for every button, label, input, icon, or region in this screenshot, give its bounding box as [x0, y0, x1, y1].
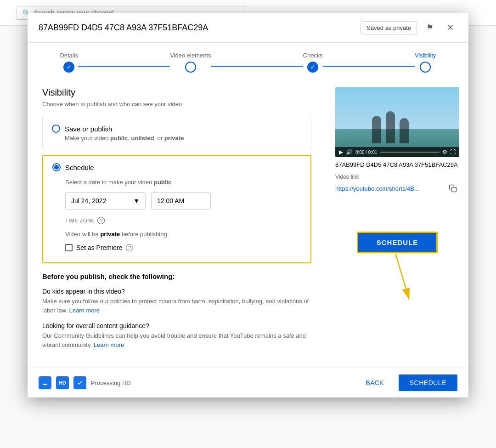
- learn-more-link-2[interactable]: Learn more: [94, 341, 124, 348]
- step-line-1: [78, 66, 170, 67]
- save-publish-label: Save or publish: [65, 125, 112, 133]
- annotation-arrow: [386, 254, 423, 309]
- page-subtitle: Choose when to publish and who can see y…: [42, 101, 311, 108]
- date-picker[interactable]: Jul 24, 2022 ▼: [65, 192, 146, 210]
- schedule-inputs: Jul 24, 2022 ▼ 12:00 AM: [65, 192, 301, 210]
- before-publish: Before you publish, check the following:…: [42, 272, 311, 349]
- modal-title: 87AB99FD D4D5 47C8 A93A 37F51BFAC29A: [39, 23, 208, 33]
- close-icon: ✕: [447, 23, 454, 33]
- processing-status: Processing HD: [91, 380, 131, 386]
- step-details[interactable]: Details ✓: [60, 52, 78, 73]
- schedule-desc: Select a date to make your video public: [65, 179, 301, 186]
- schedule-btn-area: SCHEDULE: [335, 232, 459, 253]
- before-publish-title: Before you publish, check the following:: [42, 272, 311, 280]
- step-line-3: [323, 66, 415, 67]
- modal-left: Visibility Choose when to publish and wh…: [28, 76, 326, 368]
- schedule-public-bold: public: [154, 179, 171, 186]
- upload-status-icon: [39, 376, 51, 389]
- video-link[interactable]: https://youtube.com/shorts/4B...: [335, 185, 444, 192]
- flag-icon: ⚑: [426, 23, 434, 33]
- step-checks-circle: ✓: [307, 62, 318, 73]
- publish-check-2-desc: Our Community Guidelines can help you av…: [42, 331, 311, 349]
- chevron-down-icon: ▼: [133, 197, 140, 204]
- play-button[interactable]: ▶: [339, 149, 343, 155]
- check-badge: [73, 376, 86, 389]
- time-value: 12:00 AM: [157, 197, 184, 204]
- timezone-row: TIME ZONE ?: [65, 217, 301, 224]
- volume-button[interactable]: 🔊: [346, 149, 353, 155]
- modal-header: 87AB99FD D4D5 47C8 A93A 37F51BFAC29A Sav…: [28, 13, 468, 43]
- schedule-footer-button[interactable]: SCHEDULE: [399, 374, 457, 391]
- save-publish-radio[interactable]: [52, 125, 60, 133]
- schedule-label: Schedule: [65, 164, 94, 171]
- video-controls: ▶ 🔊 0:00 / 0:01 ⚙ ⛶: [335, 147, 459, 157]
- modal-header-actions: Saved as private ⚑ ✕: [361, 20, 457, 35]
- publish-check-1: Do kids appear in this video? Make sure …: [42, 288, 311, 315]
- hd-badge: HD: [56, 376, 69, 389]
- step-video-elements-label: Video elements: [170, 52, 211, 59]
- save-publish-option[interactable]: Save or publish Make your video public, …: [42, 117, 311, 149]
- modal: 87AB99FD D4D5 47C8 A93A 37F51BFAC29A Sav…: [28, 13, 468, 397]
- step-details-label: Details: [60, 52, 78, 59]
- video-link-row: https://youtube.com/shorts/4B...: [335, 182, 459, 195]
- close-button[interactable]: ✕: [443, 20, 457, 35]
- publish-check-1-title: Do kids appear in this video?: [42, 288, 311, 295]
- modal-right: ▶ 🔊 0:00 / 0:01 ⚙ ⛶ 87AB99FD D4D5 47C8 A…: [326, 76, 468, 368]
- modal-footer: HD Processing HD BACK SCHEDULE: [28, 368, 468, 397]
- back-button[interactable]: BACK: [356, 375, 393, 390]
- fullscreen-button[interactable]: ⛶: [450, 149, 456, 155]
- premiere-label: Set as Premiere: [76, 244, 122, 251]
- video-preview: ▶ 🔊 0:00 / 0:01 ⚙ ⛶ 87AB99FD D4D5 47C8 A…: [335, 87, 459, 195]
- private-note: Video will be private before publishing: [65, 231, 301, 238]
- publish-check-1-desc: Make sure you follow our policies to pro…: [42, 297, 311, 315]
- modal-body: Visibility Choose when to publish and wh…: [28, 76, 468, 368]
- settings-button[interactable]: ⚙: [442, 149, 447, 155]
- flag-button[interactable]: ⚑: [423, 20, 437, 35]
- step-line-2: [211, 66, 303, 67]
- publish-check-2: Looking for overall content guidance? Ou…: [42, 322, 311, 349]
- schedule-option[interactable]: Schedule Select a date to make your vide…: [42, 155, 311, 263]
- progress-bar[interactable]: [380, 152, 440, 153]
- step-video-elements[interactable]: Video elements: [170, 52, 211, 73]
- footer-status: HD Processing HD: [39, 376, 131, 389]
- premiere-checkbox[interactable]: [65, 244, 73, 251]
- time-picker[interactable]: 12:00 AM: [151, 192, 211, 210]
- video-thumbnail: ▶ 🔊 0:00 / 0:01 ⚙ ⛶: [335, 87, 459, 157]
- video-title: 87AB99FD D4D5 47C8 A93A 37F51BFAC29A: [335, 161, 459, 169]
- time-display: 0:00 / 0:01: [355, 150, 377, 155]
- learn-more-link-1[interactable]: Learn more: [69, 307, 100, 314]
- step-details-circle: ✓: [63, 62, 74, 73]
- page-title: Visibility: [42, 87, 311, 98]
- premiere-row: Set as Premiere ?: [65, 244, 301, 251]
- saved-badge: Saved as private: [361, 21, 417, 34]
- copy-link-button[interactable]: [446, 182, 459, 195]
- step-checks[interactable]: Checks ✓: [303, 52, 323, 73]
- svg-rect-0: [452, 187, 457, 192]
- step-video-elements-circle: [185, 62, 196, 73]
- schedule-inner: Select a date to make your video public …: [52, 171, 301, 255]
- timezone-label: TIME ZONE: [65, 218, 95, 223]
- stepper: Details ✓ Video elements Checks ✓ Visibi…: [28, 43, 468, 76]
- timezone-help-icon[interactable]: ?: [97, 217, 105, 224]
- footer-actions: BACK SCHEDULE: [356, 374, 457, 391]
- step-checks-label: Checks: [303, 52, 323, 59]
- video-link-label: Video link: [335, 174, 459, 180]
- step-visibility-label: Visibility: [415, 52, 436, 59]
- schedule-action-button[interactable]: SCHEDULE: [357, 232, 438, 253]
- premiere-help-icon[interactable]: ?: [126, 244, 133, 251]
- svg-line-2: [395, 254, 409, 300]
- publish-check-2-title: Looking for overall content guidance?: [42, 322, 311, 329]
- step-visibility[interactable]: Visibility: [415, 52, 436, 73]
- date-value: Jul 24, 2022: [71, 197, 106, 204]
- private-bold: private: [100, 231, 120, 238]
- save-publish-desc: Make your video public, unlisted, or pri…: [65, 135, 302, 142]
- step-visibility-circle: [420, 62, 431, 73]
- schedule-radio[interactable]: [52, 163, 61, 171]
